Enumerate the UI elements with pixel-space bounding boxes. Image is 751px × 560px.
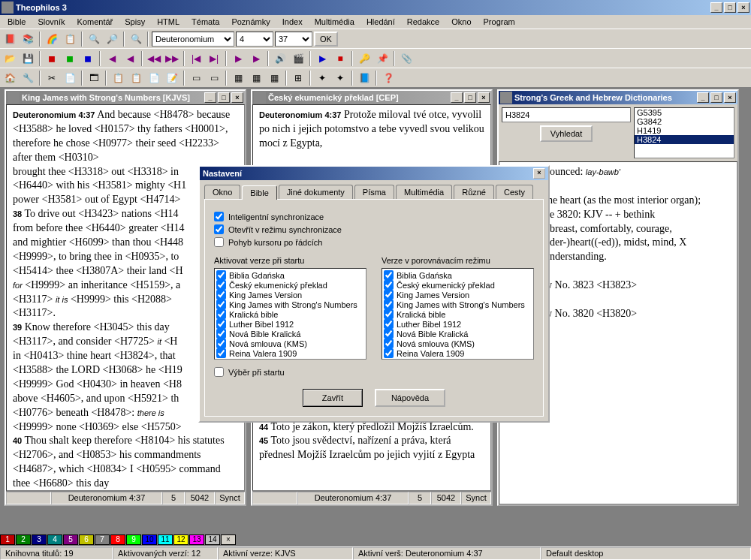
doc-icon[interactable]: 📄 [146,70,162,86]
star1-icon[interactable]: ✦ [314,70,330,86]
menu-multimédia[interactable]: Multimédia [309,16,360,28]
forward-fast-icon[interactable]: ▶▶ [164,50,180,67]
strongs-max-button[interactable]: □ [710,92,722,103]
books-icon[interactable]: 📚 [20,31,36,47]
menu-program[interactable]: Program [478,16,521,28]
version-item[interactable]: Nová Bible Kralická [384,329,532,339]
search1-icon[interactable]: 🔍 [86,31,102,47]
home-icon[interactable]: 🏠 [2,70,18,86]
startup-versions-list[interactable]: Biblia GdańskaČeský ekumenický překladKi… [214,268,366,360]
desktop-11[interactable]: 11 [158,534,173,545]
book-icon[interactable]: 📕 [2,31,18,47]
save-icon[interactable]: 💾 [20,50,36,67]
rewind-fast-icon[interactable]: ◀◀ [146,50,162,67]
film-icon[interactable]: 🎬 [290,50,306,67]
settings-help-btn[interactable]: Nápověda [375,389,445,407]
cep-titlebar[interactable]: Český ekumenický překlad [CEP] _ □ × [252,91,491,104]
strongs-list-item[interactable]: G5395 [635,108,734,117]
prev-icon[interactable]: ◀ [122,50,138,67]
kjvs-min-button[interactable]: _ [204,92,216,103]
first-icon[interactable]: ◀ [104,50,120,67]
tab-multimédia[interactable]: Multimédia [396,185,452,199]
book2-icon[interactable]: 📘 [356,70,372,86]
grid-icon[interactable]: ⊞ [290,70,306,86]
desktop-2[interactable]: 2 [16,534,31,545]
version-item[interactable]: Biblia Gdańska [216,270,364,280]
tab-jiné dokumenty[interactable]: Jiné dokumenty [279,185,353,199]
blue-icon[interactable]: ◼ [80,50,96,67]
menu-komentář[interactable]: Komentář [71,16,119,28]
next-icon[interactable]: ▶ [230,50,246,67]
cep-max-button[interactable]: □ [464,92,476,103]
layout1-icon[interactable]: ▦ [230,70,246,86]
hl2-icon[interactable]: ▭ [206,70,222,86]
find-icon[interactable]: 🔍 [128,31,144,47]
desktop-10[interactable]: 10 [142,534,157,545]
tool-icon[interactable]: 🔧 [20,70,36,86]
menu-témata[interactable]: Témata [185,16,225,28]
key-icon[interactable]: 🔑 [356,50,372,67]
pin-icon[interactable]: 📌 [374,50,391,67]
paste-icon[interactable]: 📄 [62,70,78,86]
desktop-13[interactable]: 13 [189,534,204,545]
cep-min-button[interactable]: _ [451,92,463,103]
desktop-6[interactable]: 6 [79,534,94,545]
tab-okno[interactable]: Okno [204,185,240,199]
cep-close-button[interactable]: × [478,92,490,103]
settings-close-button[interactable]: × [533,168,545,179]
strongs-close-button[interactable]: × [724,92,736,103]
clip-icon[interactable]: 📎 [398,50,415,67]
desktop-7[interactable]: 7 [95,534,110,545]
strongs-input[interactable] [502,107,631,122]
menu-index[interactable]: Index [276,16,309,28]
layout2-icon[interactable]: ▦ [248,70,264,86]
tab-cesty[interactable]: Cesty [496,185,533,199]
minimize-button[interactable]: _ [710,2,722,13]
copy-icon[interactable]: 📋 [62,31,78,47]
desktop-5[interactable]: 5 [63,534,78,545]
strongs-list-item[interactable]: H1419 [635,126,734,135]
menu-spisy[interactable]: Spisy [119,16,151,28]
play-icon[interactable]: ▶ [314,50,330,67]
open-icon[interactable]: 📂 [2,50,18,67]
paste2-icon[interactable]: 📋 [128,70,144,86]
version-item[interactable]: Nová smlouva (KMS) [384,339,532,348]
desktop-4[interactable]: 4 [47,534,62,545]
version-item[interactable]: King James Version [216,290,364,300]
desktop-14[interactable]: 14 [205,534,220,545]
version-item[interactable]: King James with Strong's Numbers [384,300,532,309]
strongs-list-item[interactable]: H3824 [635,135,734,144]
rainbow-icon[interactable]: 🌈 [44,31,60,47]
menu-slovník[interactable]: Slovník [32,16,71,28]
version-item[interactable]: Nová smlouva (KMS) [216,339,364,348]
green-icon[interactable]: ◼ [62,50,78,67]
desktop-8[interactable]: 8 [110,534,125,545]
version-item[interactable]: King James with Strong's Numbers [216,300,364,309]
star2-icon[interactable]: ✦ [332,70,348,86]
strongs-search-button[interactable]: Vyhledat [540,125,593,142]
version-item[interactable]: Biblia Gdańska [384,270,532,280]
version-item[interactable]: Český ekumenický překlad [384,280,532,290]
nav-ok-button[interactable]: OK [314,32,338,47]
version-item[interactable]: Luther Bibel 1912 [216,319,364,329]
settings-close-btn[interactable]: Zavřít [303,389,363,407]
kjvs-close-button[interactable]: × [231,92,243,103]
version-item[interactable]: Kralická bible [384,309,532,319]
tab-písma[interactable]: Písma [354,185,394,199]
window-icon[interactable]: 🗔 [86,70,102,86]
kjvs-max-button[interactable]: □ [218,92,230,103]
sound-icon[interactable]: 🔊 [272,50,288,67]
desktop-1[interactable]: 1 [0,534,15,545]
version-item[interactable]: Kralická bible [216,309,364,319]
note-icon[interactable]: 📝 [164,70,180,86]
hl1-icon[interactable]: ▭ [188,70,204,86]
desktop-3[interactable]: 3 [32,534,47,545]
menu-poznámky[interactable]: Poznámky [225,16,276,28]
skip-back-icon[interactable]: |◀ [188,50,204,67]
menu-html[interactable]: HTML [151,16,185,28]
copy2-icon[interactable]: 📋 [110,70,126,86]
desktop-12[interactable]: 12 [173,534,189,545]
check-startup-selection[interactable]: Výběr při startu [214,367,534,377]
desktop-9[interactable]: 9 [126,534,141,545]
version-item[interactable]: Reina Valera 1909 [384,348,532,358]
